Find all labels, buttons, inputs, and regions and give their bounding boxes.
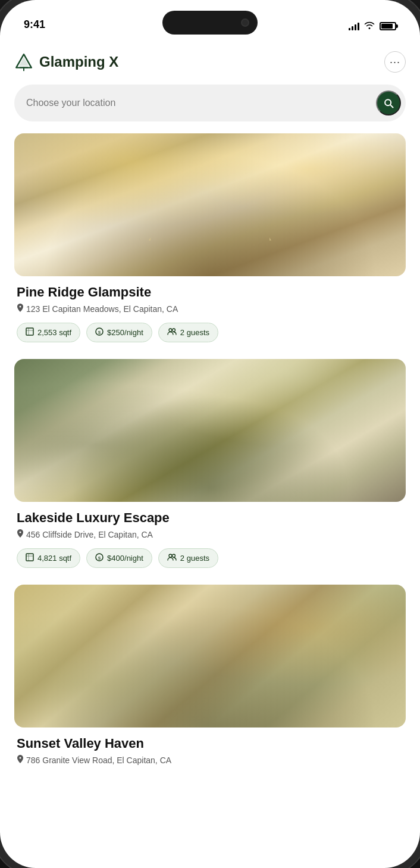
listing-image-lakeside	[14, 359, 406, 502]
area-icon	[26, 327, 34, 338]
listing-tags-pine-ridge: 2,553 sqtf $ $250/night	[17, 323, 403, 342]
listing-address: 123 El Capitan Meadows, El Capitan, CA	[17, 304, 403, 314]
listing-tags-lakeside: 4,821 sqtf $ $400/night	[17, 548, 403, 568]
svg-point-12	[169, 554, 172, 557]
location-pin-icon	[17, 529, 24, 540]
svg-text:$: $	[98, 555, 101, 561]
svg-text:$: $	[98, 330, 101, 335]
signal-icon	[349, 22, 359, 30]
wifi-icon	[364, 21, 375, 31]
price-icon: $	[95, 327, 104, 338]
status-time: 9:41	[24, 18, 45, 31]
listing-address: 456 Cliffside Drive, El Capitan, CA	[17, 529, 403, 540]
listings-container: Pine Ridge Glampsite 123 El Capitan Mead…	[0, 133, 420, 800]
tag-guests: 2 guests	[158, 548, 218, 568]
listing-card-pine-ridge[interactable]: Pine Ridge Glampsite 123 El Capitan Mead…	[14, 133, 406, 345]
dynamic-island	[162, 11, 258, 35]
listing-card-sunset-valley[interactable]: Sunset Valley Haven 786 Granite View Roa…	[14, 585, 406, 776]
phone-frame: 9:41	[0, 0, 420, 868]
search-container	[0, 80, 420, 133]
logo-area: Glamping X	[14, 52, 118, 71]
listing-info-pine-ridge: Pine Ridge Glampsite 123 El Capitan Mead…	[14, 276, 406, 345]
price-icon: $	[95, 553, 104, 563]
listing-name: Pine Ridge Glampsite	[17, 285, 403, 300]
more-button[interactable]: ···	[384, 51, 406, 73]
tag-area: 2,553 sqtf	[17, 323, 80, 342]
search-input[interactable]	[26, 98, 370, 108]
area-icon	[26, 553, 34, 563]
listing-image-pine-ridge	[14, 133, 406, 276]
listing-card-lakeside[interactable]: Lakeside Luxury Escape 456 Cliffside Dri…	[14, 359, 406, 570]
tag-guests: 2 guests	[158, 323, 218, 342]
screen-content[interactable]: Glamping X ··· Pine Ridge Glampsite	[0, 0, 420, 868]
listing-address: 786 Granite View Road, El Capitan, CA	[17, 755, 403, 766]
location-pin-icon	[17, 304, 24, 314]
svg-point-7	[169, 329, 172, 332]
tag-price: $ $250/night	[86, 323, 152, 342]
listing-name: Sunset Valley Haven	[17, 736, 403, 751]
tag-price: $ $400/night	[86, 548, 152, 568]
listing-info-lakeside: Lakeside Luxury Escape 456 Cliffside Dri…	[14, 502, 406, 570]
search-button[interactable]	[376, 90, 401, 115]
guests-icon	[167, 328, 177, 337]
svg-rect-4	[26, 328, 33, 335]
guests-icon	[167, 554, 177, 563]
listing-name: Lakeside Luxury Escape	[17, 510, 403, 526]
listing-image-sunset	[14, 585, 406, 728]
search-icon	[383, 97, 394, 109]
app-logo-icon	[14, 52, 33, 71]
app-header: Glamping X ···	[0, 42, 420, 80]
search-bar[interactable]	[14, 85, 406, 121]
svg-point-13	[172, 554, 175, 557]
listing-info-sunset: Sunset Valley Haven 786 Granite View Roa…	[14, 728, 406, 776]
camera-lens	[241, 18, 249, 27]
app-title: Glamping X	[39, 54, 118, 70]
location-pin-icon	[17, 755, 24, 766]
tag-area: 4,821 sqtf	[17, 548, 80, 568]
svg-rect-9	[26, 554, 33, 561]
status-icons	[349, 21, 396, 31]
battery-icon	[380, 22, 396, 30]
svg-point-8	[172, 329, 175, 332]
